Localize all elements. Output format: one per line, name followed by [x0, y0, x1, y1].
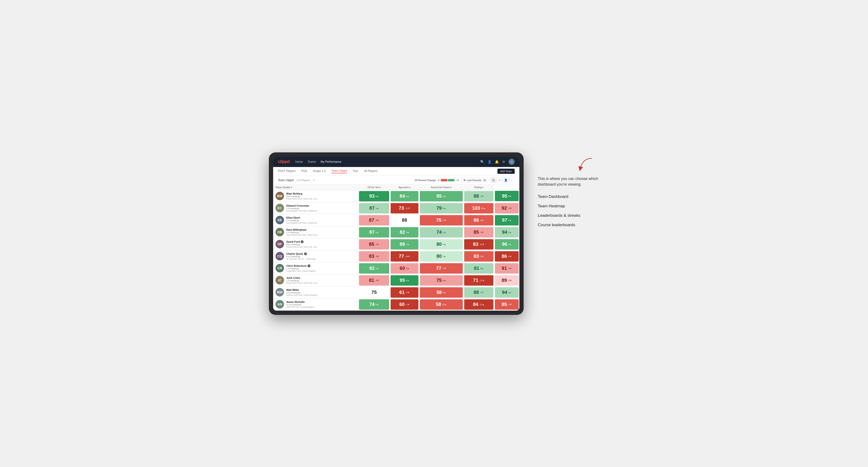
- score-value: 75: [436, 217, 441, 223]
- score-change: -11▼: [405, 207, 410, 210]
- bell-icon[interactable]: 🔔: [495, 160, 499, 164]
- score-value: 85: [502, 302, 507, 307]
- score-cell: 85 -3▼: [358, 238, 390, 250]
- list-view-button[interactable]: ≡: [497, 177, 502, 183]
- player-info: Edward Crossman 1-5 Handicap Sunningdale…: [286, 204, 356, 212]
- score-box: 88: [391, 215, 418, 225]
- score-box: 83 -3▼: [359, 251, 389, 261]
- annotation-item-2: Team Heatmap: [538, 204, 599, 209]
- score-box: 87 -3▼: [359, 215, 389, 225]
- player-cell: AN Aaron Nicholls 11-15 Handicap Drift G…: [273, 299, 358, 310]
- score-value: 95: [400, 278, 405, 283]
- player-avatar: JC: [276, 276, 284, 284]
- annotation-item-3: Leaderboards & streaks: [538, 213, 599, 218]
- nav-link-teams[interactable]: Teams: [308, 160, 316, 163]
- player-name: Chris Robertson✓: [286, 264, 356, 267]
- settings-icon[interactable]: ⚙: [502, 160, 505, 164]
- avatar[interactable]: U: [508, 159, 515, 165]
- table-row[interactable]: CR Chris Robertson✓ 1-5 Handicap Craigmi…: [273, 262, 519, 274]
- col-player-quality[interactable]: Player Quality ▾: [273, 185, 358, 190]
- col-approach[interactable]: Approach ▾: [390, 185, 419, 190]
- score-cell: 94 1▲: [494, 226, 519, 238]
- download-button[interactable]: ↓: [509, 177, 515, 183]
- player-cell: MM Matt Miller 6-10 Handicap Woburn Golf…: [273, 286, 358, 299]
- score-value: 87: [369, 206, 375, 211]
- score-cell: 87 4▲: [358, 226, 390, 238]
- score-box: 86 -8▼: [495, 251, 519, 261]
- score-value: 87: [369, 229, 375, 235]
- table-row[interactable]: AN Aaron Nicholls 11-15 Handicap Drift G…: [273, 299, 519, 310]
- score-value: 85: [369, 242, 374, 247]
- col-around-green[interactable]: Around the Green ▾: [419, 185, 464, 190]
- col-off-tee[interactable]: Off the Tee ▾: [358, 185, 390, 190]
- score-change: -21▲: [479, 303, 485, 306]
- table-row[interactable]: MM Matt Miller 6-10 Handicap Woburn Golf…: [273, 286, 519, 299]
- score-value: 97: [502, 217, 507, 223]
- person-view-button[interactable]: 👤: [503, 177, 508, 183]
- score-cell: 80 3▲: [419, 238, 464, 250]
- table-row[interactable]: DB Dave Billingham 1-5 Handicap Gog Mago…: [273, 226, 519, 238]
- table-row[interactable]: JC Josh Coles 1-5 Handicap Royal North D…: [273, 274, 519, 286]
- score-box: 58 4▲: [420, 287, 463, 298]
- score-box: 61 -3▼: [391, 287, 418, 298]
- person-icon[interactable]: 👤: [488, 160, 492, 164]
- score-value: 96: [502, 242, 507, 247]
- nav-link-home[interactable]: Home: [295, 160, 303, 163]
- score-change: -1▼: [480, 195, 484, 197]
- score-value: 87: [369, 217, 374, 223]
- score-cell: 86 -8▼: [494, 250, 519, 262]
- score-change: 9▲: [375, 195, 379, 197]
- score-value: 85: [474, 229, 479, 235]
- score-change: -2▼: [480, 291, 484, 294]
- score-change: -6▼: [480, 219, 484, 221]
- subnav-tour[interactable]: Tour: [353, 169, 358, 173]
- score-value: 75: [371, 290, 377, 295]
- subnav-hcaps[interactable]: Hcaps 1-5: [313, 169, 326, 173]
- add-team-button[interactable]: Add Team: [497, 168, 515, 174]
- player-name: Matt Miller: [286, 288, 356, 291]
- col-putting[interactable]: Putting ▾: [464, 185, 494, 190]
- score-cell: 103 15▲: [464, 202, 494, 214]
- score-value: 83: [474, 253, 479, 259]
- subnav-pgat[interactable]: PGAT Players: [278, 169, 296, 173]
- score-cell: 80 1▲: [419, 250, 464, 262]
- player-cell: CQ Charlie Quick✓ 6-10 Handicap St. Geor…: [273, 250, 358, 262]
- player-club: St. George's Hill GC - Weybridge - Surre…: [286, 258, 319, 260]
- score-value: 74: [436, 229, 441, 235]
- table-row[interactable]: EC Edward Crossman 1-5 Handicap Sunningd…: [273, 202, 519, 214]
- score-box: 71 -11▼: [464, 275, 493, 286]
- score-box: 92 -3▼: [495, 203, 519, 214]
- score-value: 83: [473, 242, 478, 247]
- table-row[interactable]: BM Blair McHarg Plus Handicap Royal Nort…: [273, 190, 519, 202]
- score-change: 9▲: [508, 195, 512, 197]
- search-icon[interactable]: 🔍: [480, 160, 484, 164]
- score-change: -11▼: [479, 279, 485, 282]
- table-row[interactable]: DF David Ford✓ Plus Handicap Royal North…: [273, 238, 519, 250]
- score-change: 9▲: [443, 207, 446, 210]
- edit-icon[interactable]: ✏: [313, 179, 315, 182]
- score-value: 77: [436, 266, 441, 271]
- score-cell: 88 -1▼: [464, 190, 494, 202]
- score-value: 73: [399, 206, 404, 211]
- last-rounds-button[interactable]: ⊞ Last Rounds: 20: [461, 178, 488, 183]
- score-value: 85: [436, 193, 441, 199]
- sub-nav: PGAT Players PGA Hcaps 1-5 Team Clippd T…: [273, 167, 519, 176]
- score-change: 4▲: [375, 231, 379, 234]
- score-box: 85 8▲: [420, 191, 463, 201]
- score-box: 85 -4▼: [495, 299, 519, 310]
- score-cell: 97 5▲: [494, 214, 519, 226]
- score-cell: 60 -1▼: [390, 299, 419, 310]
- table-row[interactable]: EE Elliot Ebert 1-5 Handicap Sunningdale…: [273, 214, 519, 226]
- verified-icon: ✓: [308, 264, 310, 267]
- score-change: 4▲: [406, 231, 409, 234]
- score-value: 80: [436, 242, 441, 247]
- nav-link-myperformance[interactable]: My Performance: [320, 160, 341, 163]
- score-change: -4▼: [508, 303, 512, 306]
- grid-view-button[interactable]: ⊞: [491, 177, 496, 183]
- subnav-team-clippd[interactable]: Team Clippd: [331, 169, 347, 173]
- subnav-pga[interactable]: PGA: [301, 169, 307, 173]
- score-box: 89 -2▼: [495, 275, 519, 286]
- subnav-all-players[interactable]: All Players: [364, 169, 377, 173]
- table-row[interactable]: CQ Charlie Quick✓ 6-10 Handicap St. Geor…: [273, 250, 519, 262]
- player-name: Blair McHarg: [286, 192, 356, 195]
